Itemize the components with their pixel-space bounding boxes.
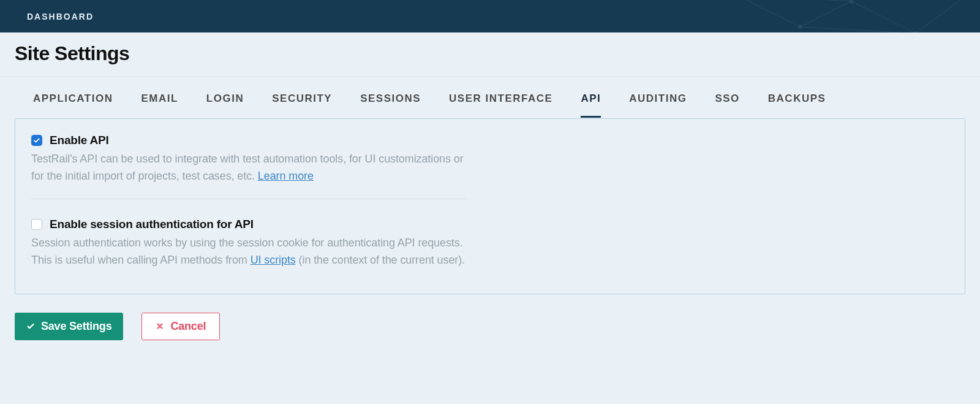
setting-session-auth: Enable session authentication for API Se… bbox=[31, 218, 466, 269]
top-navbar: DASHBOARD bbox=[0, 0, 980, 32]
enable-api-checkbox[interactable] bbox=[31, 135, 42, 146]
setting-divider bbox=[31, 199, 466, 199]
api-settings-panel: Enable API TestRail's API can be used to… bbox=[15, 118, 965, 294]
svg-line-1 bbox=[800, 1, 851, 27]
svg-point-9 bbox=[914, 31, 918, 32]
form-actions: Save Settings Cancel bbox=[15, 313, 965, 340]
tab-backups[interactable]: BACKUPS bbox=[768, 93, 826, 118]
enable-api-label: Enable API bbox=[50, 134, 109, 147]
decorative-network-graphic bbox=[723, 0, 980, 32]
ui-scripts-link[interactable]: UI scripts bbox=[251, 254, 296, 266]
tab-sso[interactable]: SSO bbox=[715, 93, 739, 118]
page-header: Site Settings bbox=[0, 32, 980, 77]
tab-application[interactable]: APPLICATION bbox=[33, 93, 113, 118]
tab-user-interface[interactable]: USER INTERFACE bbox=[449, 93, 552, 118]
save-settings-button[interactable]: Save Settings bbox=[15, 313, 123, 340]
svg-line-2 bbox=[851, 1, 916, 32]
session-auth-label: Enable session authentication for API bbox=[50, 218, 254, 231]
save-button-label: Save Settings bbox=[41, 320, 111, 333]
tab-email[interactable]: EMAIL bbox=[141, 93, 178, 118]
check-icon bbox=[26, 322, 35, 330]
page-title: Site Settings bbox=[15, 42, 965, 65]
cancel-button[interactable]: Cancel bbox=[141, 313, 220, 340]
session-auth-description: Session authentication works by using th… bbox=[31, 235, 466, 269]
tab-auditing[interactable]: AUDITING bbox=[629, 93, 687, 118]
tab-sessions[interactable]: SESSIONS bbox=[360, 93, 421, 118]
session-auth-checkbox[interactable] bbox=[31, 219, 42, 230]
check-icon bbox=[33, 137, 40, 144]
svg-point-7 bbox=[798, 25, 802, 29]
svg-line-5 bbox=[736, 0, 851, 1]
svg-line-4 bbox=[800, 27, 916, 32]
svg-line-0 bbox=[736, 0, 800, 27]
enable-api-description: TestRail's API can be used to integrate … bbox=[31, 151, 466, 185]
learn-more-link[interactable]: Learn more bbox=[258, 170, 314, 182]
cancel-button-label: Cancel bbox=[170, 320, 206, 333]
tab-login[interactable]: LOGIN bbox=[206, 93, 244, 118]
svg-point-8 bbox=[850, 0, 853, 3]
setting-enable-api: Enable API TestRail's API can be used to… bbox=[31, 134, 466, 185]
tab-api[interactable]: API bbox=[581, 93, 601, 118]
settings-tabs: APPLICATION EMAIL LOGIN SECURITY SESSION… bbox=[15, 77, 965, 118]
svg-line-3 bbox=[916, 0, 967, 32]
dashboard-link[interactable]: DASHBOARD bbox=[27, 12, 94, 21]
session-auth-desc-after: (in the context of the current user). bbox=[296, 254, 465, 266]
enable-api-desc-text: TestRail's API can be used to integrate … bbox=[31, 153, 464, 182]
close-icon bbox=[156, 322, 164, 330]
tab-security[interactable]: SECURITY bbox=[272, 93, 332, 118]
